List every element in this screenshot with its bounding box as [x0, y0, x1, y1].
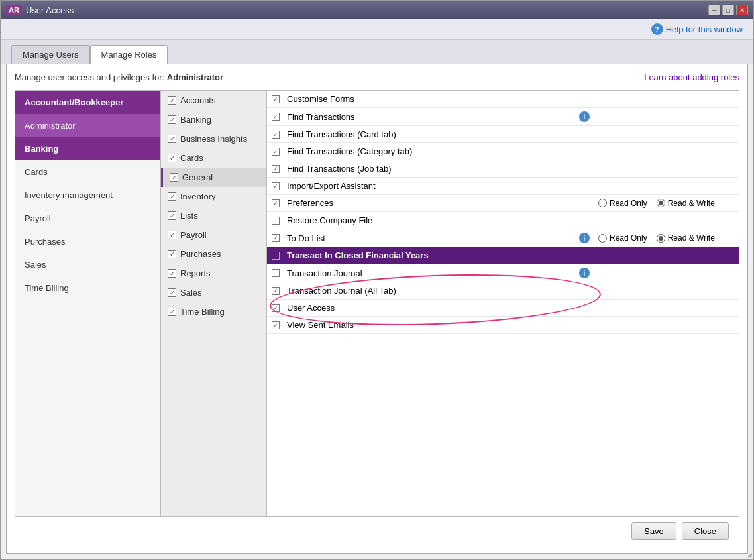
perm-preferences-read-only-radio[interactable]	[598, 199, 607, 207]
learn-link[interactable]: Learn about adding roles	[644, 72, 739, 82]
perm-find-transactions-card-checkbox[interactable]	[272, 131, 280, 139]
panels: Accountant/Bookkeeper Administrator Bank…	[15, 90, 739, 517]
cat-time-billing-label: Time Billing	[180, 307, 225, 317]
resize-corner: ◢	[747, 551, 752, 558]
perm-import-export-checkbox[interactable]	[272, 182, 280, 190]
help-link[interactable]: ? Help for this window	[651, 23, 743, 35]
perm-transaction-journal-checkbox[interactable]	[272, 269, 280, 277]
cat-time-billing-checkbox[interactable]	[168, 308, 176, 316]
help-link-text: Help for this window	[666, 25, 743, 34]
cat-general[interactable]: General	[161, 168, 266, 187]
subtitle-text: Manage user access and privileges for: A…	[15, 72, 223, 82]
perm-find-transactions-checkbox[interactable]	[272, 113, 280, 121]
perm-find-transactions-card: Find Transactions (Card tab)	[267, 126, 739, 143]
cat-business-insights[interactable]: Business Insights	[161, 129, 266, 148]
perm-find-transactions-info[interactable]: i	[579, 111, 590, 122]
perm-user-access-checkbox[interactable]	[272, 304, 280, 312]
perm-preferences-read-write-radio[interactable]	[657, 199, 665, 207]
perm-user-access: User Access	[267, 300, 739, 317]
cat-purchases-label: Purchases	[180, 249, 221, 259]
help-icon: ?	[651, 23, 663, 35]
cat-banking[interactable]: Banking	[161, 110, 266, 129]
cat-payroll-checkbox[interactable]	[168, 231, 176, 239]
panel-permissions[interactable]: Customise Forms Find Transactions i Find…	[267, 91, 739, 516]
perm-find-transactions-job-checkbox[interactable]	[272, 165, 280, 173]
role-item-cards[interactable]: Cards	[15, 160, 160, 184]
perm-preferences-options: Read Only Read & Write	[598, 199, 715, 208]
perm-import-export-label: Import/Export Assistant	[284, 178, 576, 194]
perm-find-transactions-job-label: Find Transactions (Job tab)	[284, 160, 576, 177]
perm-transaction-journal-all: Transaction Journal (All Tab)	[267, 282, 739, 300]
perm-to-do-list-checkbox[interactable]	[272, 234, 280, 242]
role-item-purchases[interactable]: Purchases	[15, 230, 160, 253]
perm-preferences-read-write[interactable]: Read & Write	[657, 199, 715, 208]
cat-payroll[interactable]: Payroll	[161, 225, 266, 245]
cat-cards[interactable]: Cards	[161, 148, 266, 168]
cat-accounts[interactable]: Accounts	[161, 91, 266, 110]
perm-to-do-list-read-only-radio[interactable]	[598, 234, 607, 243]
perm-find-transactions-label: Find Transactions	[284, 109, 576, 125]
perm-transact-closed-label: Transact In Closed Financial Years	[284, 247, 576, 264]
perm-customise-forms: Customise Forms	[267, 91, 739, 108]
cat-time-billing[interactable]: Time Billing	[161, 302, 266, 321]
role-item-accountant-bookkeeper[interactable]: Accountant/Bookkeeper	[15, 91, 160, 114]
cat-banking-label: Banking	[180, 115, 211, 125]
panel-categories: Accounts Banking Business Insights Cards…	[161, 91, 267, 516]
cat-reports[interactable]: Reports	[161, 264, 266, 283]
minimize-button[interactable]: ─	[708, 5, 720, 15]
cat-inventory-checkbox[interactable]	[168, 192, 176, 201]
perm-find-transactions-category-checkbox[interactable]	[272, 148, 280, 156]
cat-accounts-checkbox[interactable]	[168, 96, 176, 105]
cat-purchases-checkbox[interactable]	[168, 250, 176, 258]
role-item-sales[interactable]: Sales	[15, 253, 160, 276]
cat-lists[interactable]: Lists	[161, 206, 266, 225]
perm-transaction-journal-all-label: Transaction Journal (All Tab)	[284, 282, 576, 299]
perm-transact-closed: Transact In Closed Financial Years	[267, 247, 739, 264]
perm-transaction-journal-info[interactable]: i	[579, 268, 590, 278]
perm-to-do-list: To Do List i Read Only Read & Write	[267, 229, 739, 247]
tab-manage-users[interactable]: Manage Users	[11, 45, 90, 64]
role-item-administrator[interactable]: Administrator	[15, 114, 160, 137]
perm-to-do-list-info[interactable]: i	[579, 233, 590, 243]
perm-preferences-read-write-label: Read & Write	[668, 199, 715, 208]
close-window-button[interactable]: ✕	[736, 5, 748, 15]
perm-preferences-read-only[interactable]: Read Only	[598, 199, 647, 208]
cat-sales[interactable]: Sales	[161, 283, 266, 302]
cat-cards-checkbox[interactable]	[168, 154, 176, 162]
maximize-button[interactable]: □	[722, 5, 734, 15]
cat-banking-checkbox[interactable]	[168, 115, 176, 124]
cat-inventory-label: Inventory	[180, 192, 215, 201]
perm-to-do-list-read-only[interactable]: Read Only	[598, 233, 647, 243]
perm-restore-company-checkbox[interactable]	[272, 217, 280, 225]
perm-transact-closed-checkbox[interactable]	[272, 252, 280, 260]
close-button[interactable]: Close	[682, 522, 729, 540]
perm-view-sent-emails-label: View Sent Emails	[284, 317, 576, 333]
subtitle-prefix: Manage user access and privileges for:	[15, 72, 164, 82]
cat-inventory[interactable]: Inventory	[161, 187, 266, 206]
perm-preferences-checkbox[interactable]	[272, 199, 280, 207]
cat-general-label: General	[182, 172, 213, 182]
perm-transaction-journal-all-checkbox[interactable]	[272, 287, 280, 295]
cat-reports-checkbox[interactable]	[168, 269, 176, 278]
cat-lists-checkbox[interactable]	[168, 211, 176, 220]
cat-business-insights-checkbox[interactable]	[168, 135, 176, 143]
role-item-banking[interactable]: Banking	[15, 137, 160, 160]
save-button[interactable]: Save	[631, 522, 676, 540]
perm-customise-forms-checkbox[interactable]	[272, 95, 280, 103]
window-title: User Access	[26, 5, 74, 15]
perm-transaction-journal-label: Transaction Journal	[284, 265, 576, 282]
role-item-time-billing[interactable]: Time Billing	[15, 276, 160, 300]
cat-sales-checkbox[interactable]	[168, 288, 176, 297]
perm-view-sent-emails-checkbox[interactable]	[272, 321, 280, 329]
perm-to-do-list-read-write-radio[interactable]	[657, 234, 665, 243]
perm-to-do-list-read-write[interactable]: Read & Write	[657, 233, 715, 243]
role-item-payroll[interactable]: Payroll	[15, 207, 160, 230]
title-bar: AR User Access ─ □ ✕	[1, 1, 753, 19]
bottom-bar: Save Close	[15, 517, 739, 545]
tab-manage-roles[interactable]: Manage Roles	[90, 45, 168, 64]
perm-find-transactions-category: Find Transactions (Category tab)	[267, 143, 739, 160]
perm-transaction-journal: Transaction Journal i	[267, 264, 739, 282]
cat-purchases[interactable]: Purchases	[161, 245, 266, 264]
role-item-inventory-management[interactable]: Inventory management	[15, 184, 160, 207]
cat-general-checkbox[interactable]	[170, 173, 178, 182]
